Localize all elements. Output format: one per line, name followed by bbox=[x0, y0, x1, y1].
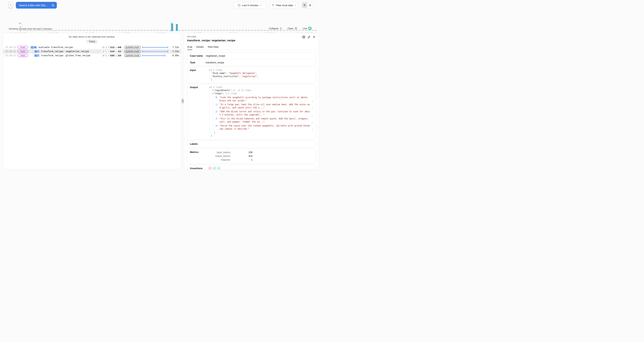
caret-down-icon[interactable] bbox=[208, 86, 211, 88]
clear-label: Clear bbox=[288, 27, 293, 30]
collapse-span-chip[interactable]: 16 bbox=[30, 46, 37, 49]
service-badge: evals bbox=[18, 54, 28, 57]
open-in-drawer-icon[interactable] bbox=[302, 36, 305, 38]
tab-raw-data[interactable]: Raw Data bbox=[208, 45, 218, 50]
records-histogram[interactable]: 10 5 0 Mar 31. 13:15:30 13:16:07 13:16:4… bbox=[0, 10, 322, 25]
duration-text: 7.53s bbox=[170, 46, 179, 48]
list-view-button[interactable] bbox=[307, 2, 313, 8]
duration-text: 6.89s bbox=[170, 54, 179, 57]
json-close-bracket: ] bbox=[214, 131, 215, 134]
x-axis-stub bbox=[90, 31, 90, 32]
assertion-pass-icon[interactable] bbox=[213, 167, 216, 170]
span-name: evaluate transform_recipe bbox=[38, 46, 73, 48]
metric-value: 1 bbox=[231, 158, 252, 162]
caret-down-icon[interactable] bbox=[212, 93, 214, 94]
output-json: { 2 items "ingredients": [...]12 items bbox=[208, 86, 313, 138]
trace-row-evaluate-transform-recipe[interactable]: 13:18:11 evals 16 evaluate transform_rec… bbox=[3, 45, 181, 49]
tree-connector bbox=[33, 48, 35, 52]
tree-view-icon bbox=[303, 4, 306, 6]
output-arrow-icon: ↙ bbox=[115, 54, 117, 57]
json-value: "Add the diced carrot and celery to the … bbox=[220, 110, 310, 116]
assertion-pass-icon[interactable] bbox=[217, 167, 220, 170]
view-mode-toggle bbox=[302, 2, 313, 8]
caret-down-icon[interactable] bbox=[208, 69, 211, 71]
metric-name: input_tokens: bbox=[208, 150, 231, 154]
histogram-selection-band bbox=[171, 22, 172, 32]
assertion-fail-icon[interactable] bbox=[208, 167, 212, 170]
plus-square-icon bbox=[35, 50, 37, 52]
timestamp: 13:18:11 bbox=[5, 54, 16, 57]
filter-local-data-dropdown[interactable]: Filter local data bbox=[270, 2, 298, 8]
search-input[interactable]: Search & filter with SQL... bbox=[16, 2, 57, 8]
tree-view-button[interactable] bbox=[302, 2, 307, 8]
date-chip: Today bbox=[86, 40, 98, 44]
json-items-note: 5 items bbox=[228, 92, 237, 95]
labels-card: Labels bbox=[187, 140, 316, 148]
labels-label: Labels bbox=[190, 142, 198, 145]
coin-icon bbox=[102, 46, 105, 48]
time-range-dropdown[interactable]: Last 5 minutes bbox=[234, 2, 266, 8]
json-items-note: 2 items bbox=[213, 86, 222, 89]
step-item: 4: "Serve the sauce over the cooked spag… bbox=[216, 124, 313, 130]
json-sep: : bbox=[217, 103, 220, 106]
metric-name: requests: bbox=[208, 158, 231, 162]
tab-eval[interactable]: Eval bbox=[187, 45, 192, 50]
detail-panel: message transform_recipe: vegetarian_rec… bbox=[184, 33, 319, 170]
collapse-button[interactable]: Collapse bbox=[269, 27, 282, 30]
service-badge: evals bbox=[18, 50, 28, 53]
trace-row-gluten-free-recipe[interactable]: 13:18:11 evals 7 transform_recipe: glute… bbox=[3, 54, 181, 58]
caret-right-icon[interactable] bbox=[212, 90, 214, 91]
json-index: 4 bbox=[216, 124, 217, 128]
no-older-items-text: No older items in the selected time wind… bbox=[3, 36, 181, 38]
json-sep: : bbox=[217, 110, 220, 113]
histogram-bar-2[interactable] bbox=[176, 24, 178, 31]
json-comma: , bbox=[310, 128, 313, 130]
json-comma: , bbox=[310, 106, 313, 109]
duration-bar bbox=[142, 50, 168, 53]
span-name: transform_recipe: vegetarian_recipe bbox=[41, 50, 89, 53]
expand-span-chip[interactable]: 7 bbox=[34, 54, 40, 57]
json-key: "steps" bbox=[214, 92, 223, 95]
metric-name: output_tokens: bbox=[208, 154, 231, 158]
json-open-bracket: [ bbox=[226, 92, 227, 95]
json-comma: , bbox=[256, 72, 257, 75]
close-icon[interactable] bbox=[313, 36, 316, 38]
copy-link-icon[interactable] bbox=[308, 36, 310, 38]
y-axis-stub bbox=[21, 30, 22, 31]
metric-value: 424 bbox=[231, 154, 252, 158]
json-index: 1 bbox=[216, 103, 217, 106]
json-collapsed-array[interactable]: [...] bbox=[233, 89, 240, 92]
clear-button[interactable]: Clear bbox=[288, 27, 298, 30]
metrics-label: Metrics bbox=[190, 150, 208, 162]
tab-details[interactable]: Details bbox=[196, 45, 204, 50]
live-toggle[interactable]: Live bbox=[302, 27, 312, 30]
json-close-brace: } bbox=[211, 78, 212, 81]
expand-span-chip[interactable]: 7 bbox=[34, 50, 40, 53]
x-axis-stub bbox=[161, 31, 162, 32]
fold-vertical-icon bbox=[280, 27, 282, 30]
collapse-label: Collapse bbox=[269, 27, 278, 30]
json-index: 3 bbox=[216, 117, 217, 120]
input-card: Input { 2 items "dish_name": "Spaghetti … bbox=[187, 67, 316, 83]
coin-icon bbox=[102, 54, 105, 57]
token-usage-pill: Σ ↗ 1030 ↙ 323 bbox=[101, 50, 123, 53]
json-open-brace: { bbox=[211, 86, 212, 89]
json-sep: : bbox=[217, 124, 220, 128]
trace-row-vegetarian-recipe[interactable]: 13:18:11 evals 7 transform_recipe: veget… bbox=[3, 49, 181, 54]
filter-label: Filter local data bbox=[276, 4, 293, 7]
json-comma: , bbox=[310, 120, 313, 124]
json-sep: : bbox=[223, 92, 226, 95]
time-range-label: Last 5 minutes bbox=[242, 4, 258, 7]
panel-resize-handle[interactable] bbox=[182, 98, 184, 104]
search-shortcut-keycap: / bbox=[8, 2, 13, 8]
json-sep: : bbox=[231, 89, 233, 92]
output-tokens: 648 bbox=[118, 46, 121, 48]
json-sep: : bbox=[239, 75, 241, 78]
sigma-icon: Σ bbox=[106, 50, 107, 52]
output-arrow-icon: ↙ bbox=[115, 50, 117, 53]
json-value: "Stir in the diced tomatoes and tomato p… bbox=[220, 117, 310, 124]
x-axis-stub bbox=[54, 31, 54, 32]
detail-title: transform_recipe: vegetarian_recipe bbox=[187, 39, 316, 42]
input-tokens: 2112 bbox=[110, 46, 114, 48]
token-usage-pill: Σ ↗ 2112 ↙ 648 bbox=[101, 46, 123, 49]
